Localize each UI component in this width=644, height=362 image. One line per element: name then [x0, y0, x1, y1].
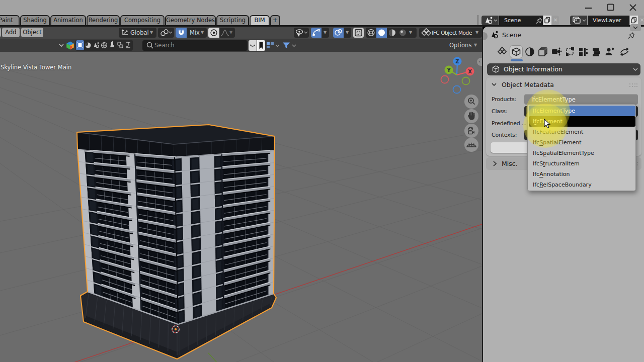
panel-grip-icon[interactable]	[629, 83, 637, 88]
hook-toggle[interactable]	[124, 40, 132, 50]
workspace-tab-animation[interactable]: Animation	[50, 15, 86, 26]
viewlayer-icon	[570, 16, 587, 25]
rendered-shading-icon[interactable]	[397, 28, 408, 38]
field-label-products: Products:	[492, 96, 516, 103]
xray-icon	[353, 28, 364, 38]
workspace-tab-shading[interactable]: Shading	[20, 15, 50, 26]
search-input[interactable]: Search	[142, 40, 248, 51]
solid-shading-toggle[interactable]	[376, 28, 387, 38]
collapse-chevron-icon[interactable]	[57, 40, 65, 50]
eye-cursor-icon	[294, 28, 309, 38]
snap-settings-dropdown[interactable]	[158, 28, 174, 38]
options-dropdown[interactable]: Options ▼	[443, 39, 480, 52]
properties-tab-data[interactable]	[577, 45, 590, 58]
panel-title[interactable]: Object Metadata	[502, 81, 554, 88]
viewlayer-name-field[interactable]: ViewLayer	[588, 16, 629, 25]
products-dropdown[interactable]: IfcElementType	[524, 94, 638, 105]
properties-tab-layers[interactable]	[537, 45, 550, 58]
object-menu-button[interactable]: Object	[21, 28, 43, 37]
swap-boxes-toggle[interactable]	[116, 40, 124, 50]
gizmo-settings-dropdown[interactable]: ▼	[321, 28, 329, 38]
chevron-down-icon[interactable]	[491, 81, 498, 88]
falloff-curve-icon[interactable]	[220, 28, 230, 38]
menu-item-ifcrelspaceboundary[interactable]: IfcRelSpaceBoundary	[529, 179, 635, 190]
panel-object-information[interactable]: Object Information	[487, 63, 640, 75]
active-tab-underline	[511, 59, 523, 61]
properties-tab-object[interactable]	[510, 45, 523, 58]
show-overlays-toggle[interactable]	[333, 28, 344, 38]
overlays-settings-dropdown[interactable]: ▼	[344, 28, 351, 38]
outliner-filter-dropdown[interactable]	[266, 40, 281, 51]
viewport-header: Add Object Global ▼	[0, 27, 482, 39]
properties-tab-physics[interactable]	[618, 45, 631, 58]
pin-icon	[535, 16, 543, 25]
visibility-dropdown[interactable]	[294, 28, 309, 38]
region-collapse-arrow[interactable]: ‹	[477, 58, 482, 66]
orientation-axes-icon	[120, 28, 130, 38]
properties-tab-output[interactable]	[590, 45, 603, 58]
properties-tab-material[interactable]	[523, 45, 536, 58]
filter-funnel-dropdown[interactable]	[281, 40, 298, 51]
snap-magnet-toggle[interactable]	[176, 28, 187, 38]
close-button[interactable]	[628, 3, 637, 12]
scene-copy-button[interactable]	[543, 16, 551, 25]
properties-tab-relations[interactable]	[603, 45, 616, 58]
proportional-toggle-button[interactable]	[208, 28, 219, 38]
scene-name-field[interactable]: Scene	[499, 16, 535, 25]
scene-icon-button[interactable]	[481, 16, 499, 25]
chevron-down-icon	[632, 65, 639, 73]
ortho-grid-button[interactable]	[464, 138, 478, 152]
mode-dropdown[interactable]: IFC Object Mode ▼	[419, 28, 482, 38]
pie-circle-toggle[interactable]	[84, 40, 92, 50]
camera-view-button[interactable]	[464, 124, 478, 138]
navigation-gizmo[interactable]: ZYX	[438, 56, 478, 99]
workspace-tab-geometry-nodes[interactable]: Geometry Nodes	[165, 15, 216, 26]
add-menu-button[interactable]: Add	[2, 28, 20, 37]
globe-toggle[interactable]	[100, 40, 108, 50]
collection-curve-button[interactable]	[249, 40, 257, 51]
swap-boxes-icon	[116, 40, 124, 50]
region-expand-arrow[interactable]	[483, 32, 488, 40]
proportional-falloff-value[interactable]: Mix	[190, 28, 200, 38]
viewport-3d[interactable]: Skyline Vista Tower Main ZYX ‹	[0, 52, 482, 362]
bookmark-button[interactable]	[257, 40, 265, 51]
pin-icon[interactable]	[627, 31, 635, 39]
scene-pin-icon[interactable]	[535, 16, 543, 25]
cone-sphere-toggle[interactable]	[92, 40, 100, 50]
workspace-tab-paint[interactable]: Paint	[0, 15, 20, 26]
viewlayer-icon-button[interactable]	[570, 16, 587, 25]
search-placeholder: Search	[154, 40, 175, 51]
show-gizmo-toggle[interactable]	[311, 28, 321, 38]
select-box-toggle[interactable]	[76, 40, 84, 50]
zoom-button[interactable]	[464, 95, 478, 109]
pan-hand-button[interactable]	[464, 109, 478, 123]
chevron-right-icon	[492, 160, 498, 167]
menu-item-ifcspatialelementtype[interactable]: IfcSpatialElementType	[529, 148, 635, 158]
menu-item-ifcelementtype[interactable]: IfcElementType	[529, 106, 635, 116]
menu-item-ifcstructuralitem[interactable]: IfcStructuralItem	[529, 158, 635, 169]
xray-toggle[interactable]	[353, 28, 364, 38]
properties-tab-render[interactable]	[550, 45, 563, 58]
add-workspace-tab[interactable]: +	[270, 15, 280, 26]
workspace-tab-bim[interactable]: BIM	[250, 15, 270, 26]
workspace-tab-compositing[interactable]: Compositing	[120, 15, 165, 26]
scene-unlink-button[interactable]: ×	[552, 16, 559, 25]
brush-toggle[interactable]	[108, 40, 116, 50]
properties-tab-ifc[interactable]	[496, 45, 509, 58]
magnet-icon	[176, 28, 187, 38]
chevron-down-icon: ▼	[229, 28, 232, 38]
maximize-button[interactable]	[606, 3, 615, 12]
transform-orientation-dropdown[interactable]: Global ▼	[119, 28, 156, 38]
workspace-tab-scripting[interactable]: Scripting	[216, 15, 249, 26]
workspace-tab-rendering[interactable]: Rendering	[87, 15, 120, 26]
clipped-menu-button[interactable]	[0, 28, 1, 37]
menu-item-ifcspatialelement[interactable]: IfcSpatialElement	[529, 137, 635, 148]
bim-logo-icon	[66, 41, 74, 50]
properties-tab-constraints[interactable]	[564, 45, 577, 58]
material-shading-icon[interactable]	[387, 28, 397, 38]
minimize-button[interactable]	[584, 3, 593, 12]
wireframe-shading-icon[interactable]	[366, 28, 376, 38]
menu-item-ifcannotation[interactable]: IfcAnnotation	[529, 169, 635, 179]
editor-corner-chevron[interactable]	[630, 24, 641, 31]
tool-settings-bar: Search Options ▼	[0, 39, 482, 52]
